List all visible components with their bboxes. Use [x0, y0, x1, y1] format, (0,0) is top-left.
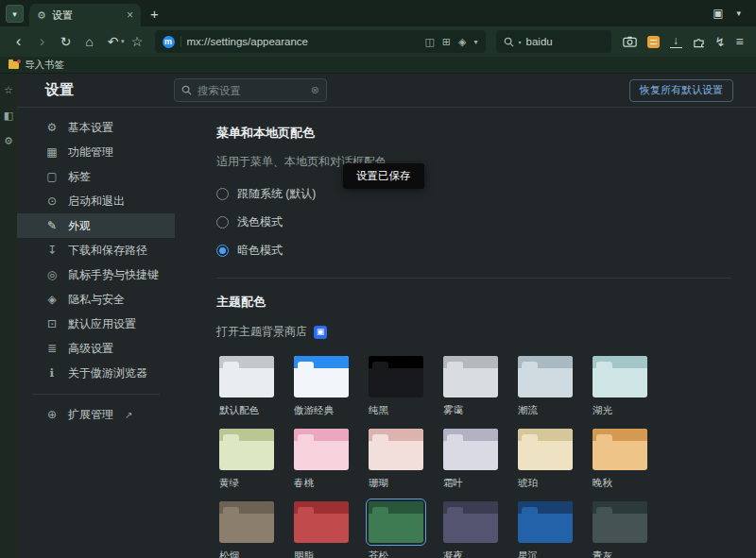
theme-option-8[interactable]: 珊瑚 — [366, 426, 426, 490]
theme-option-5[interactable]: 湖光 — [590, 353, 650, 417]
address-dropdown-icon[interactable]: ▾ — [474, 38, 478, 46]
snapshot-camera-icon[interactable] — [623, 36, 637, 47]
color-mode-option-1[interactable]: 浅色模式 — [216, 214, 731, 230]
import-bookmarks-folder-icon — [9, 61, 19, 69]
workspace-icon[interactable]: ▣ — [713, 7, 723, 20]
notes-icon[interactable] — [647, 36, 660, 48]
main-menu-icon[interactable]: ≡ — [735, 34, 743, 49]
flash-icon[interactable]: ↯ — [715, 35, 726, 49]
theme-option-16[interactable]: 星沉 — [515, 499, 576, 558]
settings-search-box[interactable]: ⊗ — [174, 78, 327, 102]
radio-icon — [216, 245, 229, 257]
sidebar-item-tabs[interactable]: ▢ 标签 — [17, 164, 175, 189]
theme-option-17[interactable]: 青灰 — [590, 499, 650, 558]
theme-label: 雾霭 — [440, 404, 501, 417]
sidebar-item-privacy[interactable]: ◈ 隐私与安全 — [17, 287, 175, 312]
download-path-icon: ↧ — [45, 245, 59, 256]
theme-swatch — [219, 501, 274, 543]
theme-option-3[interactable]: 雾霭 — [440, 353, 501, 417]
theme-option-14[interactable]: 苍松 — [366, 499, 426, 558]
tab-settings[interactable]: ⚙ 设置 × — [29, 4, 141, 26]
theme-option-11[interactable]: 晚秋 — [590, 426, 650, 490]
sidebar-item-startup[interactable]: ⊙ 启动和退出 — [17, 189, 175, 213]
theme-label: 晚秋 — [590, 477, 650, 490]
engine-dropdown-icon[interactable]: ▾ — [519, 39, 522, 45]
refresh-button[interactable]: ↻ — [55, 31, 77, 53]
split-screen-icon[interactable]: ⊞ — [442, 36, 451, 48]
theme-store-link[interactable]: 打开主题背景商店 ▣ — [216, 324, 731, 340]
theme-store-icon[interactable]: ▣ — [314, 326, 327, 339]
browser-menu-button[interactable]: ▾ — [6, 5, 24, 23]
sidebar-item-features[interactable]: ▦ 功能管理 — [17, 140, 175, 164]
theme-grid: 默认配色 傲游经典 纯黑 雾霭 潮流 — [216, 353, 731, 558]
theme-label: 默认配色 — [216, 404, 277, 417]
power-icon: ⊙ — [45, 195, 59, 207]
search-engine-name[interactable]: baidu — [526, 36, 553, 47]
restore-defaults-button[interactable]: 恢复所有默认设置 — [629, 79, 733, 102]
sidebar-item-basic[interactable]: ⚙ 基本设置 — [17, 115, 175, 140]
theme-label: 纯黑 — [366, 404, 426, 417]
download-manager-icon[interactable]: ↓ — [670, 35, 682, 49]
sidebar-item-advanced[interactable]: ≣ 高级设置 — [17, 336, 175, 361]
theme-swatch — [518, 429, 573, 470]
theme-option-2[interactable]: 纯黑 — [366, 353, 426, 417]
sidebar-item-about[interactable]: ℹ 关于傲游浏览器 — [17, 361, 175, 385]
extensions-puzzle-icon[interactable] — [693, 36, 705, 48]
undo-closed-tab-button[interactable]: ↶ ▾ — [102, 31, 125, 53]
reader-mode-icon[interactable]: ◫ — [424, 36, 434, 48]
sidebar-item-downloads[interactable]: ↧ 下载和保存路径 — [17, 238, 175, 262]
theme-option-4[interactable]: 潮流 — [515, 353, 576, 417]
new-tab-button[interactable]: + — [150, 7, 159, 21]
theme-swatch — [518, 356, 573, 397]
sidebar-item-default-apps[interactable]: ⊡ 默认应用设置 — [17, 312, 175, 336]
search-icon — [504, 37, 514, 47]
undo-dropdown-icon[interactable]: ▾ — [121, 38, 125, 45]
sidebar-item-mouse[interactable]: ◎ 鼠标手势与快捷键 — [17, 262, 175, 287]
rail-settings-icon[interactable]: ⚙ — [4, 136, 13, 146]
theme-option-10[interactable]: 琥珀 — [515, 426, 576, 490]
import-bookmarks-item[interactable]: 导入书签 — [25, 59, 64, 72]
theme-swatch — [593, 429, 647, 470]
favorite-star-button[interactable]: ☆ — [127, 31, 148, 53]
sidebar-item-appearance[interactable]: ✎ 外观 — [17, 213, 175, 238]
sidebar-item-extensions[interactable]: ⊕ 扩展管理 ↗ — [17, 402, 175, 427]
theme-swatch — [443, 501, 498, 543]
theme-option-7[interactable]: 春桃 — [291, 426, 352, 490]
puzzle-icon: ⊕ — [45, 409, 59, 420]
address-bar[interactable]: m mx://settings/appearance ◫ ⊞ ◈ ▾ — [155, 30, 486, 53]
theme-swatch — [294, 501, 349, 543]
mouse-gesture-icon: ◎ — [45, 269, 59, 280]
settings-page: ☆ ◧ ⚙ 设置 ⊗ 恢复所有默认设置 ⚙ 基本设置 ▦ 功能管理 — [0, 74, 756, 558]
tab-list-chevron-icon[interactable]: ▾ — [736, 8, 741, 18]
theme-swatch — [593, 356, 647, 397]
theme-option-13[interactable]: 胭脂 — [291, 499, 352, 558]
theme-label: 湖光 — [590, 404, 650, 417]
shield-icon: ◈ — [45, 294, 59, 305]
forward-button[interactable]: › — [31, 31, 53, 53]
resource-sniffer-icon[interactable]: ◈ — [458, 36, 466, 48]
divider — [32, 394, 160, 395]
rail-panels-icon[interactable]: ◧ — [4, 110, 13, 121]
theme-option-0[interactable]: 默认配色 — [216, 353, 277, 417]
tab-title: 设置 — [52, 8, 121, 23]
settings-search-input[interactable] — [198, 85, 305, 96]
rail-favorites-icon[interactable]: ☆ — [4, 85, 13, 95]
search-icon — [181, 85, 192, 95]
theme-option-9[interactable]: 霜叶 — [440, 426, 501, 490]
tab-close-icon[interactable]: × — [127, 9, 133, 21]
clear-search-icon[interactable]: ⊗ — [311, 85, 319, 95]
theme-option-1[interactable]: 傲游经典 — [291, 353, 352, 417]
home-button[interactable]: ⌂ — [78, 31, 100, 53]
search-engine-box[interactable]: ▾ baidu — [496, 30, 611, 53]
url-text[interactable]: mx://settings/appearance — [187, 36, 420, 47]
color-mode-option-0[interactable]: 跟随系统 (默认) — [216, 186, 731, 202]
tab-square-icon: ▢ — [45, 171, 59, 182]
settings-main-pane: 菜单和本地页配色 适用于菜单、本地页和对话框配色 跟随系统 (默认) 浅色模式 … — [175, 108, 756, 558]
theme-label: 霜叶 — [440, 477, 501, 490]
color-mode-option-2[interactable]: 暗色模式 — [216, 243, 731, 259]
theme-option-15[interactable]: 凝夜 — [440, 499, 501, 558]
back-button[interactable]: ‹ — [8, 31, 29, 53]
theme-option-12[interactable]: 松烟 — [216, 499, 277, 558]
theme-label: 琥珀 — [515, 477, 576, 490]
theme-option-6[interactable]: 黄绿 — [216, 426, 277, 490]
